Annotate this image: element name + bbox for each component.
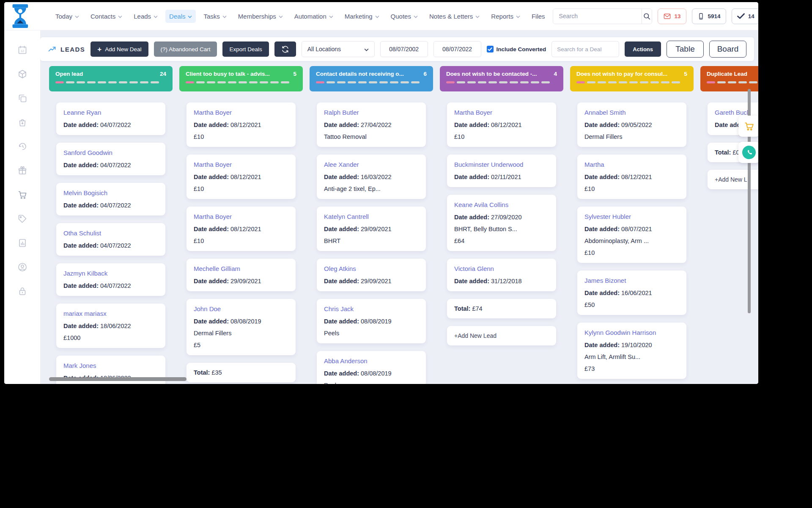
report-icon[interactable] [17, 238, 27, 248]
deal-card[interactable]: Otha SchulistDate added: 04/07/2022 [56, 223, 165, 256]
deal-card[interactable]: Sylvester HublerDate added: 08/07/2021Ab… [577, 207, 686, 263]
deal-name-link[interactable]: Victoria Glenn [454, 265, 549, 273]
deal-name-link[interactable]: mariax mariasx [63, 310, 158, 318]
deal-name-link[interactable]: Keane Avila Collins [454, 201, 549, 209]
add-new-deal-button[interactable]: + Add New Deal [91, 41, 148, 57]
deal-name-link[interactable]: Katelyn Cantrell [324, 213, 419, 221]
deal-name-link[interactable]: Melvin Bogisich [63, 189, 158, 197]
nav-item-leads[interactable]: Leads [130, 10, 162, 23]
add-new-lead-button[interactable]: +Add New L [708, 170, 758, 189]
deal-card[interactable]: Ralph ButlerDate added: 27/04/2022Tattoo… [317, 102, 426, 147]
deal-card[interactable]: Oleg AtkinsDate added: 29/09/2021 [317, 259, 426, 291]
nav-item-automation[interactable]: Automation [291, 10, 337, 23]
nav-item-marketing[interactable]: Marketing [341, 10, 383, 23]
column-header[interactable]: Does not wish to be contacted -...4 [440, 66, 563, 91]
abandoned-cart-button[interactable]: (?) Abandoned Cart [154, 41, 217, 57]
cart-icon[interactable] [17, 190, 27, 200]
deal-card[interactable]: Martha BoyerDate added: 08/12/2021£10 [187, 155, 296, 199]
deal-card[interactable]: Martha BoyerDate added: 08/12/2021£10 [187, 102, 296, 147]
deal-name-link[interactable]: Sylvester Hubler [584, 213, 679, 221]
nav-item-notes-letters[interactable]: Notes & Letters [425, 10, 483, 23]
column-header[interactable]: Duplicate Lead [700, 66, 758, 91]
nav-item-today[interactable]: Today [52, 10, 83, 23]
column-header[interactable]: Does not wish to pay for consul...5 [570, 66, 694, 91]
deal-name-link[interactable]: Kylynn Goodwin Harrison [584, 329, 679, 337]
nav-item-memberships[interactable]: Memberships [234, 10, 287, 23]
deal-name-link[interactable]: Annabel Smith [584, 109, 679, 116]
deal-card[interactable]: Martha BoyerDate added: 08/12/2021£10 [447, 102, 556, 147]
deal-card[interactable]: Mechelle GilliamDate added: 29/09/2021 [187, 259, 296, 291]
deal-name-link[interactable]: Buckminster Underwood [454, 161, 549, 168]
deal-card[interactable]: Keane Avila CollinsDate added: 27/09/202… [447, 195, 556, 251]
app-logo-icon[interactable] [10, 4, 32, 28]
shopping-bag-icon[interactable] [17, 117, 27, 127]
column-header[interactable]: Client too busy to talk - advis...5 [179, 66, 303, 91]
deal-name-link[interactable]: John Doe [194, 305, 288, 313]
package-icon[interactable] [17, 69, 27, 79]
board-view-button[interactable]: Board [709, 41, 746, 58]
table-view-button[interactable]: Table [667, 41, 704, 58]
copies-icon[interactable] [17, 93, 27, 103]
history-icon[interactable] [17, 141, 27, 152]
deal-name-link[interactable]: Otha Schulist [63, 229, 158, 237]
refresh-button[interactable] [274, 41, 296, 57]
price-tag-icon[interactable] [17, 214, 27, 224]
deal-card[interactable]: Alee XanderDate added: 16/03/2022Anti-ag… [317, 155, 426, 199]
deal-card[interactable]: Jazmyn KilbackDate added: 04/07/2022 [56, 263, 165, 296]
lock-icon[interactable] [17, 286, 27, 296]
nav-item-tasks[interactable]: Tasks [200, 10, 230, 23]
deal-name-link[interactable]: Ralph Butler [324, 109, 419, 116]
deal-name-link[interactable]: Martha Boyer [454, 109, 549, 116]
deal-name-link[interactable]: Oleg Atkins [324, 265, 419, 273]
search-input[interactable] [553, 9, 642, 24]
deal-card[interactable]: John DoeDate added: 08/08/2019Dermal Fil… [187, 299, 296, 355]
deal-search-input[interactable] [551, 41, 619, 57]
gift-icon[interactable] [17, 166, 27, 176]
deal-card[interactable]: Leanne RyanDate added: 04/07/2022 [56, 102, 165, 135]
nav-item-deals[interactable]: Deals [165, 10, 196, 23]
deal-name-link[interactable]: Jazmyn Kilback [63, 270, 158, 277]
deal-card[interactable]: Kylynn Goodwin HarrisonDate added: 19/10… [577, 323, 686, 379]
column-header[interactable]: Open lead24 [49, 66, 173, 91]
deal-card[interactable]: Victoria GlennDate added: 31/12/2018 [447, 259, 556, 291]
calendar-icon[interactable]: 12 [17, 45, 27, 55]
deal-name-link[interactable]: Mechelle Gilliam [194, 265, 288, 273]
account-icon[interactable] [17, 262, 27, 272]
deal-name-link[interactable]: Chris Jack [324, 305, 419, 313]
deal-name-link[interactable]: Abba Anderson [324, 357, 419, 365]
deal-card[interactable]: mariax mariasxDate added: 18/06/2022£100… [56, 304, 165, 348]
deal-name-link[interactable]: Martha [584, 161, 679, 168]
deal-name-link[interactable]: James Bizonet [584, 277, 679, 284]
search-icon[interactable] [642, 9, 652, 24]
deal-card[interactable]: Katelyn CantrellDate added: 29/09/2021BH… [317, 207, 426, 251]
nav-item-reports[interactable]: Reports [487, 10, 524, 23]
deal-card[interactable]: Abba AndersonDate added: 08/08/2019Peels [317, 351, 426, 384]
deal-card[interactable]: Sanford GoodwinDate added: 04/07/2022 [56, 143, 165, 175]
calls-badge-button[interactable]: 5914 [692, 8, 726, 24]
column-header[interactable]: Contact details not receiving o...6 [310, 66, 433, 91]
actions-button[interactable]: Actions [625, 41, 661, 57]
deal-name-link[interactable]: Mark Jones [63, 362, 158, 370]
nav-item-contacts[interactable]: Contacts [87, 10, 126, 23]
date-to-input[interactable] [433, 41, 481, 57]
add-new-lead-button[interactable]: +Add New Lead [447, 326, 556, 345]
abandoned-cart-float-button[interactable] [738, 116, 758, 137]
deal-card[interactable]: Melvin BogisichDate added: 04/07/2022 [56, 183, 165, 215]
deal-card[interactable]: Buckminster UnderwoodDate added: 02/11/2… [447, 155, 556, 187]
deal-card[interactable]: Annabel SmithDate added: 09/05/2022Derma… [577, 102, 686, 147]
deal-name-link[interactable]: Martha Boyer [194, 213, 288, 221]
horizontal-scrollbar-thumb[interactable] [49, 377, 187, 381]
deal-name-link[interactable]: Martha Boyer [194, 161, 288, 168]
include-converted-checkbox[interactable]: Include Converted [487, 46, 546, 52]
nav-item-files[interactable]: Files [528, 10, 549, 23]
tasks-badge-button[interactable]: 14 [732, 8, 758, 24]
deal-card[interactable]: MarthaDate added: 08/12/2021£10 [577, 155, 686, 199]
deal-name-link[interactable]: Martha Boyer [194, 109, 288, 116]
location-filter-select[interactable]: All Locations [302, 41, 375, 57]
deal-name-link[interactable]: Alee Xander [324, 161, 419, 168]
deal-card[interactable]: James BizonetDate added: 16/06/2021£50 [577, 271, 686, 315]
whatsapp-float-button[interactable] [738, 142, 758, 163]
export-deals-button[interactable]: Export Deals [222, 41, 269, 57]
date-from-input[interactable] [380, 41, 428, 57]
deal-name-link[interactable]: Leanne Ryan [63, 109, 158, 116]
